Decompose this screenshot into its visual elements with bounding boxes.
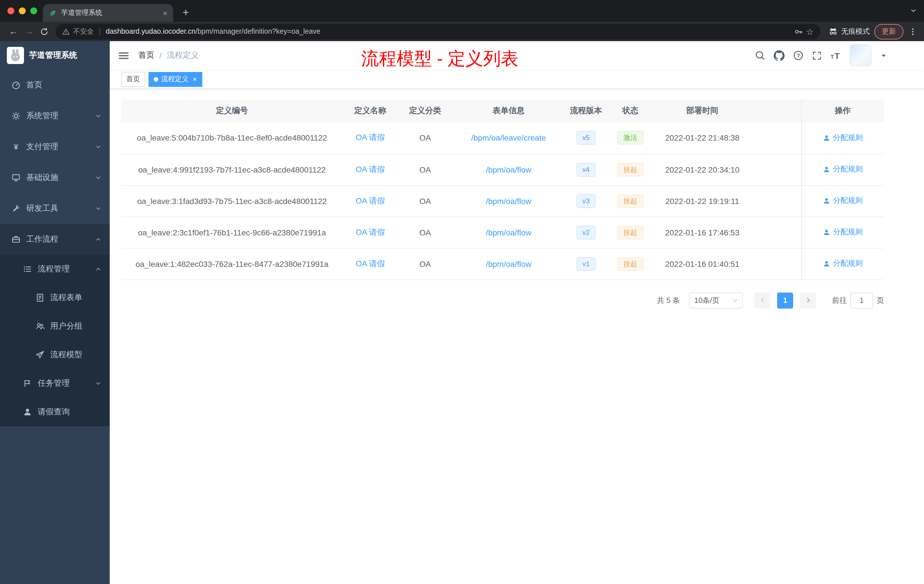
definition-id-cell: oa_leave:1:482ec033-762a-11ec-8477-a2380…: [121, 248, 343, 279]
definition-id-cell: oa_leave:2:3c1f0ef1-76b1-11ec-9c66-a2380…: [121, 216, 343, 248]
sidebar-item-infrastructure[interactable]: 基础设施: [0, 162, 110, 193]
definition-name-link[interactable]: OA 请假: [356, 133, 385, 142]
screen: 芋道管理系统 × + ← → 不安全 dashboard.yudao.iocod…: [0, 0, 924, 584]
sidebar-item-leave-query[interactable]: 请假查询: [0, 398, 110, 426]
window-minimize-button[interactable]: [19, 7, 26, 14]
reload-button[interactable]: [36, 24, 52, 39]
definition-name-link[interactable]: OA 请假: [356, 196, 385, 205]
font-size-icon[interactable]: [830, 50, 841, 61]
assign-rule-link[interactable]: 分配规则: [823, 164, 863, 175]
goto-page-input[interactable]: [850, 292, 873, 308]
new-tab-button[interactable]: +: [178, 4, 194, 20]
category-cell: OA: [398, 248, 452, 279]
definition-name-link[interactable]: OA 请假: [356, 227, 385, 236]
user-avatar[interactable]: [850, 45, 871, 66]
version-tag: v2: [577, 226, 595, 239]
sidebar-item-dev-tools[interactable]: 研发工具: [0, 193, 110, 224]
sidebar-item-user-group[interactable]: 用户分组: [0, 312, 110, 341]
fullscreen-icon[interactable]: [812, 51, 822, 60]
pagination: 共 5 条 10条/页 1 前往 页: [121, 292, 884, 308]
definition-name-link[interactable]: OA 请假: [356, 259, 385, 268]
header-actions: [755, 45, 888, 66]
tag-close-icon[interactable]: ×: [193, 76, 197, 83]
help-icon[interactable]: [793, 50, 804, 61]
forward-button[interactable]: →: [21, 24, 36, 39]
status-badge: 挂起: [617, 257, 644, 271]
window-zoom-button[interactable]: [30, 7, 37, 14]
chevron-down-icon: [95, 144, 102, 150]
prev-page-button[interactable]: [754, 292, 770, 308]
password-key-icon[interactable]: [794, 27, 803, 36]
assign-rule-link[interactable]: 分配规则: [823, 196, 863, 206]
incognito-indicator: 无痕模式: [828, 26, 870, 36]
tab-search-chevron-icon[interactable]: [910, 7, 917, 14]
active-tag-dot: [154, 77, 158, 81]
avatar-caret-icon[interactable]: [880, 52, 888, 59]
col-definition-id: 定义编号: [121, 99, 343, 122]
sidebar-item-home[interactable]: 首页: [0, 70, 110, 101]
category-cell: OA: [398, 122, 452, 154]
breadcrumb-home-link[interactable]: 首页: [138, 50, 154, 61]
version-tag: v5: [577, 131, 595, 145]
window-controls: [7, 7, 37, 14]
form-link[interactable]: /bpm/oa/leave/create: [471, 134, 546, 143]
browser-menu-icon[interactable]: [909, 27, 917, 36]
page-size-select[interactable]: 10条/页: [689, 292, 743, 308]
definition-id-cell: oa_leave:5:004b710b-7b8a-11ec-8ef0-acde4…: [121, 122, 343, 154]
deploy-time-cell: 2022-01-22 19:19:11: [653, 185, 751, 216]
status-badge: 挂起: [617, 226, 644, 239]
deploy-time-cell: 2022-01-16 17:46:53: [653, 216, 751, 248]
browser-update-button[interactable]: 更新: [874, 24, 903, 39]
spacer-cell: [751, 248, 801, 279]
definition-name-link[interactable]: OA 请假: [356, 164, 385, 173]
user-icon: [823, 229, 830, 236]
sidebar-toggle-button[interactable]: [118, 50, 129, 61]
paper-plane-icon: [35, 350, 45, 360]
sidebar-item-process-model[interactable]: 流程模型: [0, 341, 110, 369]
chevron-right-icon: [804, 297, 812, 304]
chevron-down-icon: [95, 380, 102, 387]
deploy-time-cell: 2022-01-16 01:40:51: [653, 248, 751, 279]
github-icon[interactable]: [774, 50, 785, 61]
goto-label: 前往: [832, 295, 847, 305]
tag-home[interactable]: 首页: [121, 72, 145, 87]
form-link[interactable]: /bpm/oa/flow: [486, 228, 531, 237]
form-link[interactable]: /bpm/oa/flow: [486, 196, 531, 205]
sidebar-item-workflow[interactable]: 工作流程: [0, 224, 110, 255]
col-form-info: 表单信息: [452, 99, 564, 122]
browser-tab-strip: 芋道管理系统 × +: [0, 0, 924, 22]
tab-close-icon[interactable]: ×: [163, 9, 167, 17]
sidebar-item-process-form[interactable]: 流程表单: [0, 284, 110, 312]
address-bar[interactable]: 不安全 dashboard.yudao.iocoder.cn/bpm/manag…: [55, 24, 820, 39]
tag-process-definition[interactable]: 流程定义 ×: [148, 72, 202, 87]
chevron-down-icon: [95, 112, 102, 119]
tab-title: 芋道管理系统: [61, 8, 158, 18]
deploy-time-cell: 2022-01-22 21:48:38: [653, 122, 751, 154]
pagination-total: 共 5 条: [657, 295, 680, 305]
form-link[interactable]: /bpm/oa/flow: [486, 259, 531, 268]
search-icon[interactable]: [755, 50, 765, 61]
browser-toolbar: ← → 不安全 dashboard.yudao.iocoder.cn/bpm/m…: [0, 22, 924, 41]
browser-tab[interactable]: 芋道管理系统 ×: [43, 4, 173, 22]
table-row: oa_leave:3:1fad3d93-7b75-11ec-a3c8-acde4…: [121, 185, 884, 216]
security-label[interactable]: 不安全: [73, 26, 94, 36]
breadcrumb-current: 流程定义: [167, 50, 199, 61]
page-1-button[interactable]: 1: [777, 292, 793, 308]
window-close-button[interactable]: [7, 7, 14, 14]
next-page-button[interactable]: [800, 292, 816, 308]
form-link[interactable]: /bpm/oa/flow: [486, 165, 531, 174]
back-button[interactable]: ←: [6, 24, 21, 39]
sidebar-item-task-management[interactable]: 任务管理: [0, 369, 110, 398]
definition-table: 定义编号 定义名称 定义分类 表单信息 流程版本 状态 部署时间 操作: [121, 99, 884, 280]
assign-rule-link[interactable]: 分配规则: [823, 133, 863, 143]
deploy-time-cell: 2022-01-22 20:34:10: [653, 154, 751, 185]
sidebar-item-system-management[interactable]: 系统管理: [0, 101, 110, 132]
assign-rule-link[interactable]: 分配规则: [823, 259, 863, 269]
bookmark-star-icon[interactable]: ☆: [806, 27, 814, 36]
spacer-cell: [751, 185, 801, 216]
category-cell: OA: [398, 154, 452, 185]
assign-rule-link[interactable]: 分配规则: [823, 227, 863, 238]
sidebar-item-process-management[interactable]: 流程管理: [0, 255, 110, 284]
sidebar-item-payment-management[interactable]: 支付管理: [0, 132, 110, 162]
table-row: oa_leave:2:3c1f0ef1-76b1-11ec-9c66-a2380…: [121, 216, 884, 248]
